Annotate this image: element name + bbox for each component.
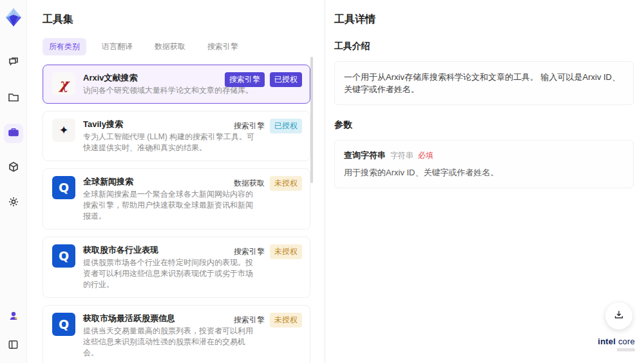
tool-description: 全球新闻搜索是一个聚合全球各大新闻网站内容的搜索引擎，帮助用户快速获取全球最新资… [83, 189, 256, 222]
sidebar-item-models[interactable] [4, 159, 23, 178]
tool-name: 获取市场最活跃股票信息 [83, 313, 256, 324]
tool-name: 全球新闻搜索 [83, 176, 256, 187]
param-type: 字符串 [390, 150, 413, 161]
param-name: 查询字符串 [344, 150, 386, 161]
briefcase-icon [7, 126, 20, 141]
tab-language-translation[interactable]: 语言翻译 [95, 38, 139, 55]
param-required-badge: 必填 [418, 150, 433, 161]
category-badge: 搜索引擎 [234, 315, 265, 326]
detail-title: 工具详情 [334, 13, 634, 26]
category-badge: 搜索引擎 [234, 121, 265, 132]
tool-card-global-news[interactable]: Q 全球新闻搜索 全球新闻搜索是一个聚合全球各大新闻网站内容的搜索引擎，帮助用户… [43, 168, 310, 230]
status-badge: 未授权 [270, 244, 302, 259]
tool-name: 获取股市各行业表现 [83, 244, 256, 255]
list-scrollbar[interactable] [310, 57, 313, 183]
download-button[interactable] [605, 302, 632, 329]
arxiv-logo-icon: χ [52, 72, 75, 95]
intel-brand-text: intel [598, 337, 616, 346]
app-logo [3, 6, 24, 28]
gear-icon [7, 195, 20, 211]
status-badge: 未授权 [270, 313, 302, 328]
sidebar-item-settings[interactable] [4, 193, 23, 213]
intro-heading: 工具介绍 [334, 41, 634, 52]
stock-app-icon: Q [52, 313, 75, 336]
category-tabs: 所有类别 语言翻译 数据获取 搜索引擎 [27, 26, 325, 63]
tool-card-arxiv[interactable]: χ Arxiv文献搜索 访问各个研究领域大量科学论文和文章的存储库。 搜索引擎 … [43, 64, 310, 104]
user-avatar-icon [7, 309, 20, 325]
chat-icon [7, 56, 20, 72]
stock-app-icon: Q [52, 244, 75, 268]
category-badge: 搜索引擎 [225, 72, 265, 87]
intel-sub-mark [617, 348, 635, 351]
cube-icon [7, 161, 20, 176]
sidebar-item-tools[interactable] [4, 124, 23, 143]
news-app-icon: Q [52, 176, 75, 199]
intro-card: 一个用于从Arxiv存储库搜索科学论文和文章的工具。 输入可以是Arxiv ID… [334, 61, 634, 105]
collapse-panel-button[interactable] [4, 336, 23, 355]
tool-card-tavily[interactable]: ✦ Tavily搜索 专为人工智能代理 (LLM) 构建的搜索引擎工具。可快速提… [43, 111, 310, 161]
intro-text: 一个用于从Arxiv存储库搜索科学论文和文章的工具。 输入可以是Arxiv ID… [344, 71, 624, 95]
folder-icon [7, 91, 20, 106]
tavily-star-icon: ✦ [52, 119, 75, 142]
category-badge: 搜索引擎 [234, 246, 265, 257]
intel-core-logo: intel core [598, 337, 635, 351]
category-badge: 数据获取 [234, 178, 265, 189]
status-badge: 已授权 [270, 119, 302, 133]
tool-detail-panel: 工具详情 工具介绍 一个用于从Arxiv存储库搜索科学论文和文章的工具。 输入可… [325, 0, 644, 363]
tool-description: 提供当天交易量最高的股票列表，投资者可以利用这些信息来识别流动性强的股票和潜在的… [83, 326, 256, 358]
param-description: 用于搜索的Arxiv ID、关键字或作者姓名。 [344, 167, 624, 179]
sidebar-item-files[interactable] [4, 89, 23, 108]
tab-all-categories[interactable]: 所有类别 [43, 38, 86, 55]
status-badge: 未授权 [270, 176, 302, 191]
tool-card-stock-sector[interactable]: Q 获取股市各行业表现 提供股票市场各个行业在特定时间段内的表现。投资者可以利用… [43, 237, 310, 298]
download-icon [613, 309, 625, 323]
tab-data-fetch[interactable]: 数据获取 [148, 38, 192, 55]
tool-list-panel: 工具集 所有类别 语言翻译 数据获取 搜索引擎 χ Arxiv文献搜索 访问各个… [27, 0, 325, 363]
tool-list: χ Arxiv文献搜索 访问各个研究领域大量科学论文和文章的存储库。 搜索引擎 … [27, 63, 325, 363]
tool-description: 专为人工智能代理 (LLM) 构建的搜索引擎工具。可快速提供实时、准确和真实的结… [83, 132, 256, 153]
core-brand-text: core [616, 337, 635, 346]
param-card: 查询字符串 字符串 必填 用于搜索的Arxiv ID、关键字或作者姓名。 [334, 140, 634, 188]
user-avatar-button[interactable] [4, 308, 23, 327]
tool-card-active-stocks[interactable]: Q 获取市场最活跃股票信息 提供当天交易量最高的股票列表，投资者可以利用这些信息… [43, 305, 310, 363]
status-badge: 已授权 [270, 72, 302, 87]
left-icon-rail [0, 0, 27, 363]
tab-search-engine[interactable]: 搜索引擎 [201, 38, 245, 55]
panel-toggle-icon [7, 338, 19, 353]
page-title: 工具集 [27, 0, 325, 26]
tool-description: 提供股票市场各个行业在特定时间段内的表现。投资者可以利用这些信息来识别表现优于或… [83, 257, 256, 290]
tool-name: Tavily搜索 [83, 119, 256, 130]
sidebar-item-chat[interactable] [4, 54, 23, 74]
params-heading: 参数 [334, 119, 634, 131]
